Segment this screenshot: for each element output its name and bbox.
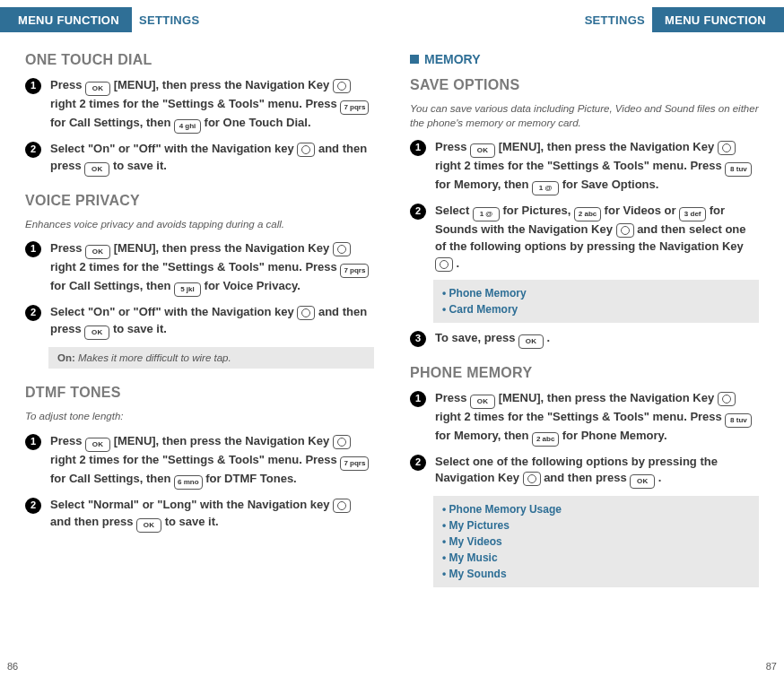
ok-key-icon: OK [84, 162, 109, 177]
step-body: Select "On" or "Off" with the Navigation… [50, 141, 374, 177]
heading-one-touch-dial: ONE TOUCH DIAL [25, 52, 374, 68]
text: to save it. [161, 515, 219, 528]
text: . [544, 331, 550, 344]
key-7-icon: 7 pqrs [340, 100, 369, 115]
intro-text: To adjust tone length: [25, 410, 374, 424]
heading-voice-privacy: VOICE PRIVACY [25, 193, 374, 209]
text: for Call Settings, then [50, 279, 174, 292]
header-left: MENU FUNCTION SETTINGS [25, 0, 374, 32]
text: [MENU], then press the Navigation Key [110, 78, 333, 91]
step-number-icon: 1 [25, 434, 41, 450]
right-page: SETTINGS MENU FUNCTION MEMORY SAVE OPTIO… [392, 0, 784, 677]
step: 3 To save, press OK . [410, 330, 759, 349]
ok-key-icon: OK [136, 518, 161, 533]
text: [MENU], then press the Navigation Key [495, 140, 718, 153]
text: for Save Options. [559, 178, 658, 191]
text: and then press [50, 515, 136, 528]
nav-key-icon [297, 143, 315, 157]
step: 1 Press OK [MENU], then press the Naviga… [25, 240, 374, 297]
text: [MENU], then press the Navigation Key [495, 391, 718, 404]
note-label: On: [57, 352, 75, 363]
text: . [655, 471, 661, 484]
text: Press [435, 391, 470, 404]
step-number-icon: 1 [25, 241, 41, 257]
option-item: My Pictures [442, 517, 750, 534]
nav-key-icon [333, 242, 351, 256]
option-item: My Videos [442, 534, 750, 550]
text: Press [50, 78, 85, 91]
step-number-icon: 2 [25, 498, 41, 514]
key-3-icon: 3 def [679, 207, 706, 221]
step: 2 Select "Normal" or "Long" with the Nav… [25, 497, 374, 533]
step: 1 Press OK [MENU], then press the Naviga… [410, 139, 759, 195]
step-body: Select "Normal" or "Long" with the Navig… [50, 497, 374, 533]
text: right 2 times for the "Settings & Tools"… [435, 159, 725, 172]
text: Press [50, 434, 85, 447]
nav-key-icon [718, 392, 736, 406]
nav-key-icon [333, 435, 351, 449]
nav-key-icon [616, 223, 634, 238]
text: . [453, 256, 459, 270]
text: right 2 times for the "Settings & Tools"… [435, 410, 725, 423]
heading-memory: MEMORY [410, 52, 759, 66]
step-body: Select 1 @ for Pictures, 2 abc for Video… [435, 203, 759, 273]
tab-menu-function: MENU FUNCTION [652, 7, 784, 32]
ok-key-icon: OK [630, 474, 655, 489]
step-body: Press OK [MENU], then press the Navigati… [435, 139, 759, 195]
ok-key-icon: OK [85, 82, 110, 96]
tab-menu-function: MENU FUNCTION [0, 7, 132, 32]
step: 1 Press OK [MENU], then press the Naviga… [410, 390, 759, 447]
tab-settings: SETTINGS [139, 13, 199, 32]
key-7-icon: 7 pqrs [340, 456, 369, 471]
intro-text: You can save various data including Pict… [410, 102, 759, 130]
step: 2 Select "On" or "Off" with the Navigati… [25, 141, 374, 177]
step-number-icon: 1 [410, 391, 426, 407]
page-number: 87 [766, 661, 777, 672]
text: To save, press [435, 331, 518, 344]
text: for Phone Memory. [559, 429, 666, 442]
text: to save it. [109, 159, 167, 172]
key-6-icon: 6 mno [174, 475, 203, 490]
text: MEMORY [424, 52, 480, 66]
step: 2 Select one of the following options by… [410, 454, 759, 490]
tab-settings: SETTINGS [585, 13, 645, 32]
step-body: Press OK [MENU], then press the Navigati… [50, 77, 374, 134]
step: 1 Press OK [MENU], then press the Naviga… [25, 433, 374, 490]
page-spread: MENU FUNCTION SETTINGS ONE TOUCH DIAL 1 … [0, 0, 784, 677]
step-body: Press OK [MENU], then press the Navigati… [50, 433, 374, 490]
nav-key-icon [333, 79, 351, 93]
ok-key-icon: OK [85, 438, 110, 452]
text: Select [435, 204, 473, 217]
option-item: Card Memory [442, 301, 750, 317]
step-body: To save, press OK . [435, 330, 759, 349]
step-body: Select one of the following options by p… [435, 454, 759, 490]
ok-key-icon: OK [470, 395, 495, 409]
key-1-icon: 1 @ [473, 207, 500, 221]
option-item: My Music [442, 550, 750, 566]
text: [MENU], then press the Navigation Key [110, 241, 333, 255]
option-item: My Sounds [442, 566, 750, 582]
text: for Videos or [601, 204, 679, 217]
text: Select "On" or "Off" with the Navigation… [50, 142, 297, 155]
key-2-icon: 2 abc [532, 432, 559, 447]
text: [MENU], then press the Navigation Key [110, 434, 333, 447]
text: for Voice Privacy. [201, 279, 301, 292]
text: for Memory, then [435, 178, 532, 191]
step-number-icon: 2 [25, 305, 41, 321]
nav-key-icon [523, 472, 541, 486]
key-2-icon: 2 abc [574, 207, 601, 221]
step-body: Press OK [MENU], then press the Navigati… [435, 390, 759, 447]
key-5-icon: 5 jkl [174, 282, 201, 297]
text: for Call Settings, then [50, 116, 174, 129]
text: Press [50, 241, 85, 255]
key-7-icon: 7 pqrs [340, 264, 369, 278]
text: right 2 times for the "Settings & Tools"… [50, 453, 340, 466]
nav-key-icon [718, 141, 736, 155]
step-number-icon: 2 [410, 204, 426, 220]
intro-text: Enhances voice privacy and avoids tappin… [25, 218, 374, 232]
text: for Pictures, [500, 204, 574, 217]
step-number-icon: 2 [410, 455, 426, 471]
note-text: Makes it more difficult to wire tap. [75, 352, 231, 363]
heading-phone-memory: PHONE MEMORY [410, 365, 759, 381]
text: Press [435, 140, 470, 153]
